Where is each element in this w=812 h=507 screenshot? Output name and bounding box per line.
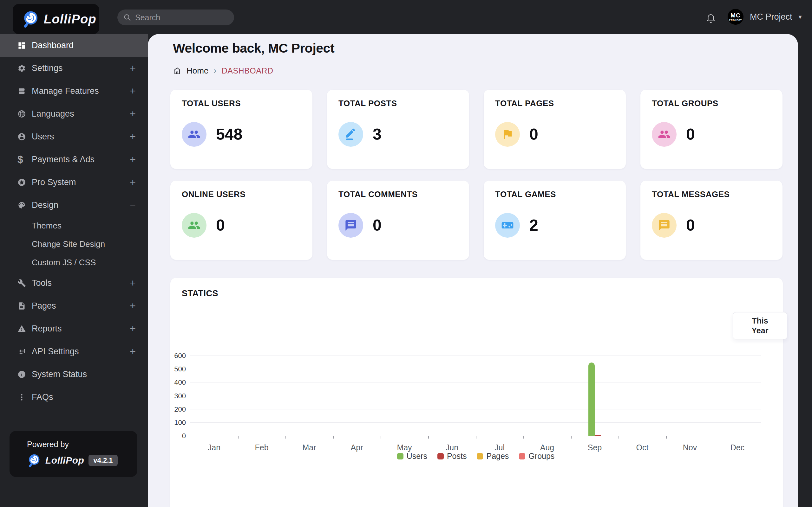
expand-plus-icon[interactable]: +	[130, 85, 136, 97]
sidebar-subitem-custom-js-css[interactable]: Custom JS / CSS	[0, 253, 148, 272]
legend-item-groups[interactable]: Groups	[519, 452, 554, 461]
profile-name: MC Project	[750, 12, 792, 22]
breadcrumb-home-link[interactable]: Home	[187, 66, 208, 76]
search-icon	[123, 13, 131, 21]
expand-plus-icon[interactable]: +	[130, 346, 136, 357]
legend-item-pages[interactable]: Pages	[477, 452, 509, 461]
gamepad-icon	[495, 213, 520, 238]
topbar: LolliPop MC PROJECT MC Project ▾	[0, 0, 812, 34]
sidebar-item-users[interactable]: Users+	[0, 125, 148, 148]
home-icon[interactable]	[173, 66, 182, 75]
chart-plot: 6005004003002001000JanFebMarAprMayJunJul…	[190, 355, 761, 436]
search-input[interactable]	[135, 13, 229, 22]
x-axis-label-sep: Sep	[571, 443, 618, 452]
legend-item-users[interactable]: Users	[397, 452, 427, 461]
sidebar-item-dashboard[interactable]: Dashboard	[0, 34, 148, 57]
x-axis-tick	[238, 436, 239, 439]
sidebar-item-label: Languages	[32, 109, 74, 119]
bar-users-sep[interactable]	[589, 362, 595, 436]
sidebar-item-label: Users	[32, 132, 54, 142]
y-axis-tick-label: 400	[165, 378, 186, 387]
sidebar-item-faqs[interactable]: FAQs	[0, 386, 148, 408]
stack-icon	[17, 87, 26, 95]
main-content-panel: Welcome back, MC Project Home › DASHBOAR…	[148, 34, 798, 507]
group-icon	[182, 122, 206, 147]
powered-by-card: Powered by LolliPop v4.2.1	[9, 431, 137, 477]
bar-posts-sep[interactable]	[595, 435, 601, 436]
y-axis-tick-label: 0	[165, 432, 186, 440]
sidebar-item-design[interactable]: Design−	[0, 193, 148, 216]
sidebar-item-label: Payments & Ads	[32, 155, 95, 164]
sidebar-subitem-change-site-design[interactable]: Change Site Design	[0, 235, 148, 253]
x-axis-tick	[523, 436, 524, 439]
stat-card-value: 2	[529, 216, 538, 234]
x-axis-tick	[618, 436, 619, 439]
sidebar-item-tools[interactable]: Tools+	[0, 272, 148, 294]
sidebar-item-label: System Status	[32, 370, 87, 379]
collapse-minus-icon[interactable]: −	[130, 199, 136, 211]
expand-plus-icon[interactable]: +	[130, 300, 136, 312]
chart-range-select[interactable]: This Year	[733, 312, 787, 339]
sidebar-item-label: Settings	[32, 63, 63, 73]
avatar-subtext: PROJECT	[729, 19, 742, 21]
breadcrumb: Home › DASHBOARD	[173, 66, 273, 76]
expand-plus-icon[interactable]: +	[130, 108, 136, 120]
expand-plus-icon[interactable]: +	[130, 154, 136, 165]
bar-group-jan	[190, 355, 238, 436]
sidebar-item-pages[interactable]: Pages+	[0, 294, 148, 317]
sidebar-item-system-status[interactable]: System Status	[0, 363, 148, 386]
sidebar-item-api-settings[interactable]: API Settings+	[0, 340, 148, 363]
breadcrumb-separator: ›	[213, 66, 216, 76]
chart-range-label: This Year	[748, 316, 772, 336]
stat-card-total-users: TOTAL USERS548	[170, 90, 312, 169]
page-title: Welcome back, MC Project	[173, 41, 334, 56]
sidebar-item-settings[interactable]: Settings+	[0, 57, 148, 79]
search-bar[interactable]	[117, 9, 234, 25]
sidebar: DashboardSettings+Manage Features+Langua…	[0, 34, 148, 507]
sidebar-item-pro-system[interactable]: Pro System+	[0, 171, 148, 193]
stat-card-total-groups: TOTAL GROUPS0	[641, 90, 782, 169]
stat-card-value: 0	[529, 125, 538, 144]
stat-card-value: 0	[686, 125, 695, 144]
legend-swatch	[397, 453, 403, 459]
expand-plus-icon[interactable]: +	[130, 176, 136, 188]
person-icon	[17, 132, 26, 141]
sidebar-item-label: Pro System	[32, 177, 76, 187]
profile-menu[interactable]: MC PROJECT MC Project ▾	[728, 9, 802, 25]
sidebar-item-languages[interactable]: Languages+	[0, 102, 148, 125]
star-icon	[17, 178, 26, 187]
breadcrumb-current[interactable]: DASHBOARD	[222, 66, 273, 75]
bar-group-mar	[286, 355, 333, 436]
sidebar-item-payments-ads[interactable]: $Payments & Ads+	[0, 148, 148, 171]
document-icon	[17, 302, 26, 310]
edit-icon	[339, 122, 363, 147]
sidebar-item-manage-features[interactable]: Manage Features+	[0, 79, 148, 102]
stat-card-online-users: ONLINE USERS0	[170, 181, 312, 260]
expand-plus-icon[interactable]: +	[130, 62, 136, 74]
expand-plus-icon[interactable]: +	[130, 277, 136, 289]
stat-card-title: TOTAL MESSAGES	[652, 189, 729, 199]
x-axis-label-dec: Dec	[714, 443, 761, 452]
expand-plus-icon[interactable]: +	[130, 323, 136, 335]
version-badge: v4.2.1	[89, 455, 117, 466]
x-axis-label-oct: Oct	[618, 443, 666, 452]
warning-icon	[17, 325, 26, 333]
legend-item-posts[interactable]: Posts	[438, 452, 467, 461]
stat-card-title: TOTAL COMMENTS	[339, 189, 418, 199]
chart-legend: UsersPostsPagesGroups	[190, 452, 761, 461]
legend-swatch	[519, 453, 525, 459]
x-axis-label-feb: Feb	[238, 443, 286, 452]
app-logo[interactable]: LolliPop	[13, 4, 99, 34]
info-icon	[17, 370, 26, 379]
sidebar-item-label: FAQs	[32, 392, 53, 402]
sidebar-subitem-themes[interactable]: Themes	[0, 216, 148, 235]
expand-plus-icon[interactable]: +	[130, 131, 136, 143]
legend-label: Groups	[528, 452, 554, 461]
bar-group-jun	[428, 355, 476, 436]
x-axis-tick	[476, 436, 476, 439]
sidebar-item-label: API Settings	[32, 347, 79, 356]
chevron-down-icon: ▾	[799, 13, 802, 20]
notifications-bell-icon[interactable]	[705, 13, 716, 24]
sidebar-item-reports[interactable]: Reports+	[0, 317, 148, 340]
sidebar-item-label: Manage Features	[32, 86, 99, 96]
